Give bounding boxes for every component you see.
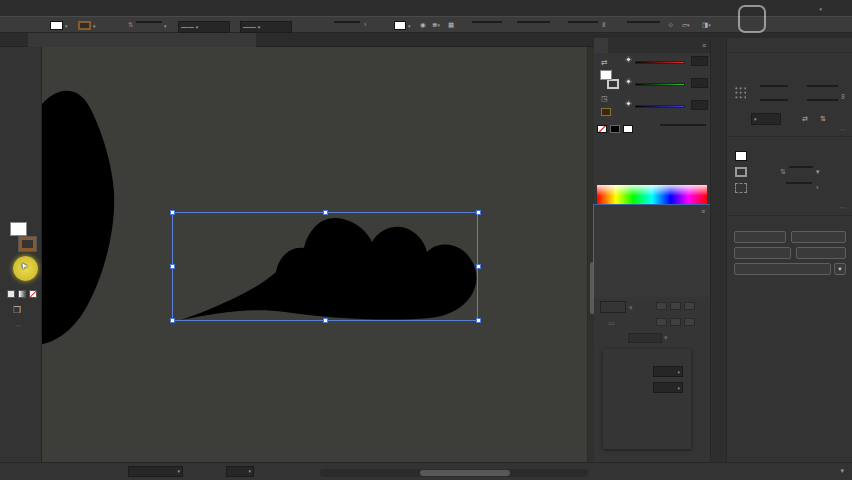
panel-stroke-proxy[interactable] [607,79,619,89]
gradient-type-radial-icon[interactable] [670,302,681,310]
height-field[interactable] [627,21,660,23]
props-h-field[interactable] [807,99,838,101]
gradient-type-freeform-icon[interactable] [684,302,695,310]
panel-menu-icon[interactable]: ≡ [702,42,706,49]
selection-handle-e[interactable] [476,264,481,269]
recolor-button[interactable] [791,231,846,243]
magic-wand-panel-menu-icon[interactable]: ≡ [701,208,705,215]
gradient-mode-icon[interactable] [18,290,26,298]
gradient-stop-popup: ▾ ▾ [603,349,691,449]
align-pixel-grid-button[interactable] [734,247,791,259]
stroke-gradient-within-icon[interactable] [656,318,667,326]
props-angle-field[interactable]: ▾ [751,113,781,125]
shear-icon[interactable]: ▱▾ [682,21,690,29]
slider-thumb-g[interactable] [625,78,632,85]
flip-horizontal-icon[interactable]: ⇄ [802,115,808,123]
slider-value-g[interactable] [691,78,708,88]
stroke-gradient-along-icon[interactable] [670,318,681,326]
slider-value-r[interactable] [691,56,708,66]
gradient-type-linear-icon[interactable] [656,302,667,310]
x-field[interactable] [472,21,502,23]
selection-handle-n[interactable] [323,210,328,215]
props-x-field[interactable] [760,85,788,87]
color-spectrum-bar[interactable] [597,185,707,205]
orange-blob-graphic[interactable] [42,80,122,348]
transform-icon[interactable]: ⊹ [668,21,673,29]
swap-fill-stroke-icon[interactable]: ⇄ [601,58,608,67]
slider-track-r[interactable] [635,61,685,64]
isolate-icon[interactable]: ◨▾ [702,21,711,29]
gradient-angle-field[interactable] [628,333,662,343]
props-opacity-field[interactable] [786,182,812,184]
selection-handle-sw[interactable] [170,318,175,323]
props-w-field[interactable] [807,85,838,87]
white-swatch[interactable] [623,125,633,133]
horizontal-scroll-thumb[interactable] [420,470,510,476]
selection-handle-nw[interactable] [170,210,175,215]
none-swatch[interactable] [597,125,607,133]
canvas-horizontal-scrollbar[interactable] [320,469,588,477]
tab-properties[interactable] [727,38,741,52]
props-y-field[interactable] [760,99,788,101]
transform-options-icon[interactable]: ▦ [448,21,454,29]
canvas[interactable] [42,47,587,462]
stroke-weight-field[interactable] [136,21,162,23]
slider-track-b[interactable] [635,105,685,108]
stroke-proxy-swatch[interactable] [19,237,36,251]
slider-thumb-b[interactable] [625,100,632,107]
props-stroke-swatch[interactable] [735,167,747,177]
align-options-icon[interactable]: ≣▾ [432,21,440,29]
reference-point-grid[interactable] [734,86,746,100]
props-stroke-field[interactable] [789,166,813,168]
workspace-switcher[interactable]: ▾ [819,5,822,12]
gradient-location-field[interactable]: ▾ [653,382,683,393]
selection-handle-se[interactable] [476,318,481,323]
draw-mode-icon[interactable]: ❐ [13,305,21,315]
constrain-proportions-icon[interactable]: ∞ [601,22,608,27]
gradient-opacity-field[interactable]: ▾ [653,366,683,377]
none-mode-icon[interactable] [29,290,37,298]
brush-definition-select[interactable]: —— ▾ [240,21,292,33]
artboard-number-select[interactable]: ▾ [226,466,254,477]
style-swatch[interactable] [394,21,406,30]
global-edit-button[interactable] [734,263,831,275]
props-opacity-icon [735,183,747,193]
stroke-gradient-across-icon[interactable] [684,318,695,326]
selection-handle-ne[interactable] [476,210,481,215]
panel-collapse-icon[interactable]: ▾ [840,467,844,475]
width-field[interactable] [568,21,598,23]
hex-field[interactable] [660,124,706,126]
toolbar-overflow-icon[interactable]: ⋯ [15,322,22,330]
global-edit-dropdown[interactable]: ▾ [834,263,846,275]
appearance-more-options[interactable]: ⋯ [839,204,846,212]
fill-proxy-swatch[interactable] [10,222,27,236]
zoom-level-select[interactable]: ▾ [128,466,183,477]
props-constrain-icon[interactable]: ∞ [840,94,847,99]
slider-track-g[interactable] [635,83,685,86]
color-mode-icon[interactable] [7,290,15,298]
transform-more-options[interactable]: ⋯ [839,126,846,134]
tab-color-guide[interactable] [608,38,622,53]
opacity-field[interactable] [334,21,360,23]
black-swatch[interactable] [610,125,620,133]
panel-fill-proxy[interactable] [600,70,612,80]
tab-libraries[interactable] [741,38,755,52]
arrange-button[interactable] [796,247,846,259]
color-mode-icon-small[interactable]: ◳ [601,95,608,103]
selection-handle-s[interactable] [323,318,328,323]
recolor-artwork-icon[interactable]: ◉ [420,21,426,29]
selection-bounding-box[interactable] [172,212,478,321]
offset-path-button[interactable] [734,231,786,243]
slider-thumb-r[interactable] [625,56,632,63]
selection-handle-w[interactable] [170,264,175,269]
width-profile-select[interactable]: —— ▾ [178,21,230,33]
y-field[interactable] [517,21,550,23]
slider-value-b[interactable] [691,100,708,110]
gradient-swatch[interactable] [600,301,626,313]
flip-vertical-icon[interactable]: ⇅ [820,115,826,123]
tab-color[interactable] [594,38,608,53]
document-tab[interactable] [28,33,256,47]
stroke-color-swatch[interactable] [78,21,91,30]
fill-color-swatch[interactable] [50,21,63,30]
props-fill-swatch[interactable] [735,151,747,161]
